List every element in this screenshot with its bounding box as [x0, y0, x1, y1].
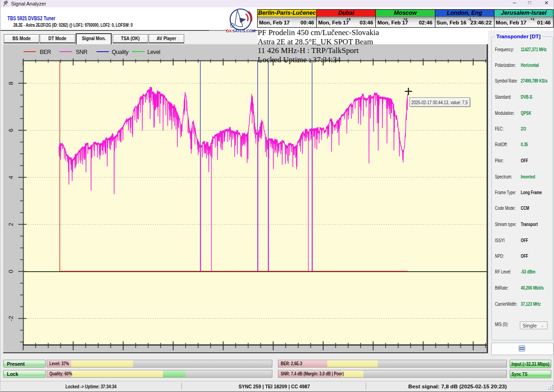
svg-text:8: 8	[7, 82, 14, 85]
svg-text:2025-02-17 00.44.13, value: 7,: 2025-02-17 00.44.13, value: 7,5	[411, 100, 468, 105]
svg-text:Quality: Quality	[112, 49, 129, 55]
svg-text:0: 0	[7, 270, 14, 273]
svg-text:4: 4	[7, 176, 14, 179]
svg-text:SATCS.COM: SATCS.COM	[232, 29, 255, 33]
svg-text:BER: BER	[40, 49, 51, 55]
svg-text:2: 2	[7, 223, 14, 226]
svg-text:6: 6	[7, 129, 14, 132]
svg-text:Level: Level	[147, 49, 160, 55]
svg-text:DX: DX	[226, 29, 232, 33]
svg-text:-2: -2	[7, 316, 14, 321]
svg-text:SNR: SNR	[76, 49, 88, 55]
